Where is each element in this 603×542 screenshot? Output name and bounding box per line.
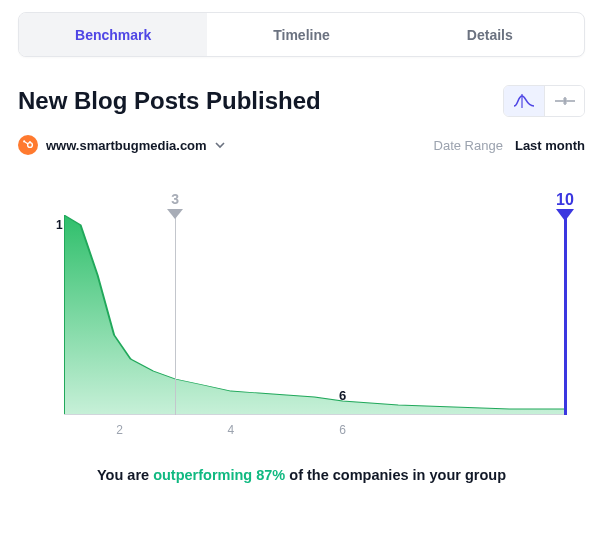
chart-plot: 2 4 6 3 10 1 6 [64, 215, 565, 415]
tab-benchmark[interactable]: Benchmark [19, 13, 207, 56]
you-marker-triangle-icon [556, 209, 574, 221]
tail-x-label: 6 [339, 388, 346, 403]
date-range-label: Date Range [434, 138, 503, 153]
you-marker-label: 10 [556, 191, 574, 209]
hubspot-logon-icon [18, 135, 38, 155]
summary-highlight: outperforming 87% [153, 467, 285, 483]
x-tick-6: 6 [339, 423, 346, 437]
tab-details[interactable]: Details [396, 13, 584, 56]
x-tick-2: 2 [116, 423, 123, 437]
header-row: New Blog Posts Published [18, 85, 585, 117]
summary-prefix: You are [97, 467, 153, 483]
line-view-button[interactable] [544, 86, 584, 116]
tab-timeline[interactable]: Timeline [207, 13, 395, 56]
svg-point-8 [23, 140, 25, 142]
summary-suffix: of the companies in your group [285, 467, 506, 483]
distribution-area [64, 215, 565, 415]
svg-point-5 [28, 143, 33, 148]
x-axis [64, 414, 565, 415]
subheader-row: www.smartbugmedia.com Date Range Last mo… [18, 135, 585, 155]
peak-y-label: 1 [56, 218, 63, 232]
chart: 2 4 6 3 10 1 6 [18, 185, 585, 445]
tab-bar: Benchmark Timeline Details [18, 12, 585, 57]
chevron-down-icon [215, 138, 225, 152]
chart-type-toggle [503, 85, 585, 117]
median-marker-triangle-icon [167, 209, 183, 219]
density-curve-icon [513, 94, 535, 108]
page-title: New Blog Posts Published [18, 87, 321, 115]
x-tick-4: 4 [227, 423, 234, 437]
median-marker-label: 3 [171, 191, 179, 207]
date-range-value: Last month [515, 138, 585, 153]
domain-name: www.smartbugmedia.com [46, 138, 207, 153]
summary-text: You are outperforming 87% of the compani… [18, 467, 585, 483]
median-marker-line [175, 215, 176, 415]
density-view-button[interactable] [504, 86, 544, 116]
you-marker-line [564, 215, 567, 415]
line-chart-icon [554, 94, 576, 108]
svg-line-7 [25, 142, 28, 144]
date-range-picker[interactable]: Date Range Last month [434, 138, 585, 153]
domain-picker[interactable]: www.smartbugmedia.com [18, 135, 225, 155]
